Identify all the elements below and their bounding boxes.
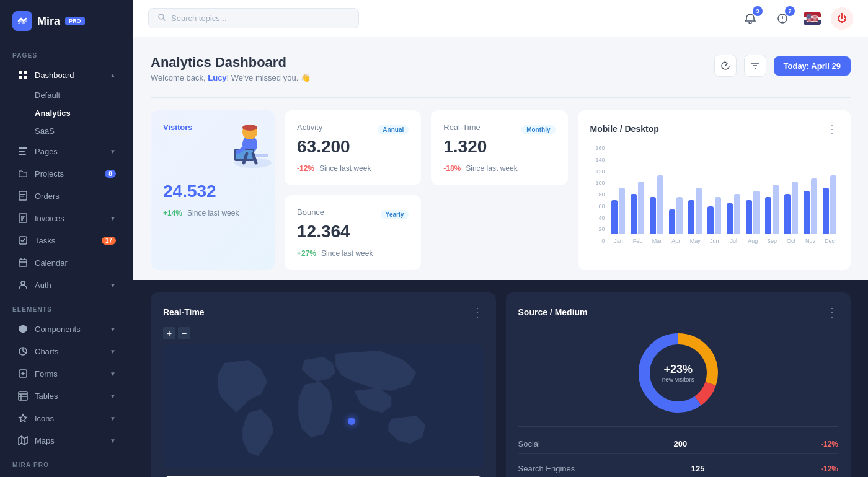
realtime-badge: Monthly — [521, 125, 555, 134]
filter-button[interactable] — [744, 55, 766, 77]
charts-icon — [17, 346, 29, 357]
svg-rect-17 — [19, 392, 27, 400]
content: Analytics Dashboard Welcome back, Lucy! … — [133, 37, 868, 477]
sidebar-item-forms[interactable]: Forms ▼ — [5, 363, 128, 384]
bar-light-mar — [657, 175, 663, 234]
alerts-button[interactable]: 7 — [771, 7, 794, 30]
notifications-badge: 3 — [753, 6, 763, 16]
sidebar-item-pages[interactable]: Pages ▼ — [5, 141, 128, 162]
pages-icon — [17, 146, 29, 157]
bar-group-sep: Sep — [763, 135, 781, 244]
calendar-label: Calendar — [35, 258, 68, 268]
sidebar-item-components[interactable]: Components ▼ — [5, 318, 128, 339]
invoices-icon — [17, 212, 29, 224]
svg-rect-8 — [20, 194, 25, 195]
components-label: Components — [35, 325, 81, 334]
sidebar-sub-saas[interactable]: SaaS — [5, 123, 128, 139]
map-more-btn[interactable]: ⋮ — [471, 305, 484, 320]
topnav-right: 3 7 🇺🇸 ⏻ — [739, 7, 853, 30]
activity-card: Activity Annual 63.200 -12% Since last w… — [285, 110, 421, 185]
search-icon — [157, 13, 166, 24]
mira-pro-label: MIRA PRO — [0, 452, 133, 473]
sidebar-sub-default[interactable]: Default — [5, 87, 128, 103]
notifications-button[interactable]: 3 — [739, 7, 761, 30]
today-button[interactable]: Today: April 29 — [774, 56, 851, 76]
sidebar-item-icons[interactable]: Icons ▼ — [5, 408, 128, 429]
svg-rect-2 — [19, 76, 22, 79]
bar-dark-dec — [823, 188, 829, 234]
bar-light-dec — [830, 175, 836, 234]
components-icon — [17, 323, 29, 335]
maps-icon — [17, 435, 29, 446]
map-zoom-in[interactable]: + — [163, 327, 175, 339]
bar-dark-may — [688, 200, 694, 234]
sidebar-item-calendar[interactable]: Calendar — [5, 252, 128, 273]
auth-label: Auth — [35, 281, 51, 290]
sidebar-item-auth[interactable]: Auth ▼ — [5, 274, 128, 295]
activity-label: Activity — [297, 123, 322, 132]
map-zoom-out[interactable]: − — [178, 327, 190, 339]
svg-rect-3 — [24, 76, 27, 79]
sidebar-sub-analytics[interactable]: Analytics — [5, 105, 128, 121]
bar-group-jun: Jun — [706, 135, 723, 244]
bar-group-mar: Mar — [648, 135, 665, 244]
sidebar-item-maps[interactable]: Maps ▼ — [5, 430, 128, 451]
bar-label-dec: Dec — [825, 238, 835, 244]
chart-title: Mobile / Desktop — [590, 124, 659, 134]
refresh-button[interactable] — [714, 55, 737, 77]
header-actions: Today: April 29 — [714, 55, 851, 77]
tasks-icon — [17, 235, 29, 246]
bar-label-aug: Aug — [748, 238, 758, 244]
bar-label-nov: Nov — [805, 238, 815, 244]
map-dot — [348, 418, 355, 425]
main-area: 3 7 🇺🇸 ⏻ Analytics Dashboard Welcome bac… — [133, 0, 868, 477]
icons-chevron: ▼ — [110, 415, 116, 422]
visitors-card: Visitors — [151, 110, 275, 270]
svg-point-13 — [21, 281, 25, 285]
forms-icon — [17, 368, 29, 379]
logo: Mira PRO — [0, 0, 133, 42]
sidebar-item-dashboard[interactable]: Dashboard ▲ — [5, 64, 128, 85]
search-box[interactable] — [148, 8, 359, 28]
power-button[interactable]: ⏻ — [831, 7, 853, 30]
realtime-since: Since last week — [466, 164, 517, 173]
dashboard-icon — [17, 69, 29, 81]
realtime-change: -18% — [443, 164, 461, 173]
activity-value: 63.200 — [297, 137, 409, 157]
dashboard-label: Dashboard — [35, 71, 74, 80]
language-selector[interactable]: 🇺🇸 — [804, 12, 821, 25]
svg-point-18 — [159, 14, 164, 19]
forms-label: Forms — [35, 369, 58, 379]
bar-light-jul — [734, 194, 740, 234]
svg-rect-1 — [24, 71, 27, 74]
forms-chevron: ▼ — [110, 370, 116, 377]
bar-group-dec: Dec — [821, 135, 838, 244]
tables-icon — [17, 390, 29, 401]
bar-label-jul: Jul — [730, 238, 737, 244]
bar-dark-mar — [650, 197, 656, 234]
page-title: Analytics Dashboard — [151, 55, 311, 71]
bar-dark-jun — [707, 206, 714, 234]
alerts-badge: 7 — [785, 6, 795, 16]
sidebar-item-tables[interactable]: Tables ▼ — [5, 385, 128, 406]
calendar-icon — [17, 257, 29, 268]
sidebar-item-orders[interactable]: Orders — [5, 185, 128, 206]
bounce-card: Bounce Yearly 12.364 +27% Since last wee… — [285, 195, 421, 270]
sidebar-item-invoices[interactable]: Invoices ▼ — [5, 208, 128, 229]
activity-badge: Annual — [378, 125, 409, 134]
bar-dark-apr — [669, 209, 675, 234]
activity-since: Since last week — [319, 164, 371, 173]
sidebar-item-tasks[interactable]: Tasks 17 — [5, 230, 128, 251]
maps-label: Maps — [35, 436, 55, 445]
bar-group-jul: Jul — [725, 135, 742, 244]
bar-light-feb — [638, 182, 644, 234]
search-input[interactable] — [171, 14, 350, 23]
chart-more-btn[interactable]: ⋮ — [826, 123, 838, 135]
sidebar-item-charts[interactable]: Charts ▼ — [5, 341, 128, 362]
bar-group-jan: Jan — [610, 135, 627, 244]
orders-label: Orders — [35, 191, 60, 201]
bar-dark-oct — [784, 194, 790, 234]
sidebar-item-projects[interactable]: Projects 8 — [5, 163, 128, 184]
source-more-btn[interactable]: ⋮ — [826, 305, 838, 320]
bar-label-oct: Oct — [787, 238, 795, 244]
